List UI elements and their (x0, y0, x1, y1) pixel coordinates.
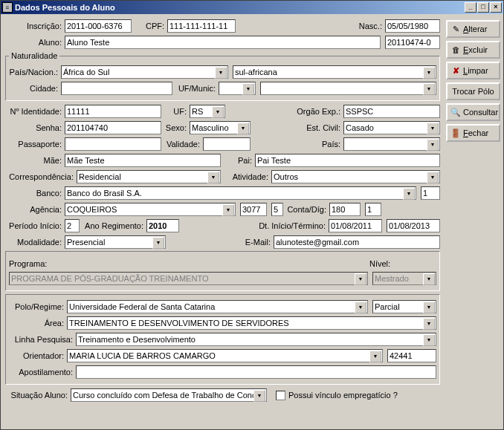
minimize-button[interactable]: _ (465, 2, 476, 13)
label-periodo-inicio: Período Início: (5, 221, 65, 230)
label-situacao-aluno: Situação Aluno: (5, 391, 71, 400)
label-linha-pesquisa: Linha Pesquisa: (9, 335, 76, 344)
label-atividade: Atividade: (221, 172, 271, 181)
label-banco: Banco: (5, 189, 65, 198)
label-agencia: Agência: (5, 205, 65, 214)
passaporte-input[interactable] (65, 137, 161, 151)
excluir-text: xcluir (468, 45, 488, 54)
label-nasc: Nasc.: (354, 22, 385, 30)
label-est-civil: Est. Civil: (299, 123, 343, 132)
group-naturalidade: Naturalidade País/Nacion.: África do Sul… (5, 51, 440, 101)
aluno-input[interactable] (65, 36, 381, 49)
uf-munic-uf-select[interactable] (219, 82, 256, 95)
cidade-input[interactable] (61, 82, 172, 95)
label-validade: Validade: (161, 140, 203, 149)
pais-passaporte-select[interactable] (343, 137, 440, 151)
uf-select[interactable]: RS (190, 105, 225, 118)
group-polo: Polo/Regime: Universidade Federal de San… (5, 294, 440, 385)
form-icon: ≡ (2, 2, 13, 13)
nasc-input[interactable] (385, 19, 440, 33)
label-dt-inicio-termino: Dt. Início/Término: (254, 221, 329, 230)
possui-vinculo-checkbox[interactable] (276, 391, 285, 400)
label-cidade: Cidade: (9, 84, 61, 93)
label-apostilamento: Apostilamento: (9, 368, 76, 377)
excluir-button[interactable]: 🗑 Excluir (446, 41, 500, 59)
label-nivel: Nível: (369, 259, 436, 268)
edit-icon: ✎ (450, 24, 461, 34)
search-icon: 🔍 (450, 107, 461, 117)
close-button[interactable]: × (490, 2, 502, 13)
trocar-polo-button[interactable]: Trocar Pólo (446, 82, 500, 100)
label-identidade: Nº Identidade: (5, 107, 65, 116)
limpar-text: impar (468, 66, 488, 75)
form-area: Inscrição: CPF: Nasc.: Aluno: Naturalida… (4, 17, 446, 426)
label-polo-regime: Polo/Regime: (9, 302, 67, 311)
regime-select[interactable]: Parcial (372, 300, 436, 313)
trash-icon: 🗑 (450, 45, 461, 55)
situacao-aluno-select[interactable]: Curso concluído com Defesa de Trabalho d… (71, 388, 267, 402)
label-programa: Programa: (9, 259, 54, 268)
correspondencia-select[interactable]: Residencial (77, 170, 221, 183)
conta-input[interactable] (329, 203, 361, 216)
alterar-button[interactable]: ✎ Alterar (446, 20, 500, 38)
label-modalidade: Modalidade: (5, 238, 65, 247)
sexo-select[interactable]: Masculino (190, 121, 251, 134)
orgao-exp-input[interactable] (343, 105, 440, 118)
linha-pesquisa-select[interactable]: Treinamento e Desenvolvimento (76, 333, 436, 346)
inscricao-input[interactable] (65, 19, 132, 33)
label-orientador: Orientador: (9, 351, 67, 360)
dt-termino-input[interactable] (387, 219, 440, 232)
fechar-button[interactable]: 🚪 Fechar (446, 124, 500, 142)
label-email: E-Mail: (241, 238, 274, 247)
limpar-button[interactable]: ✘ Limpar (446, 62, 500, 79)
label-pai: Pai: (221, 156, 255, 165)
pais-select[interactable]: África do Sul (61, 65, 228, 79)
label-ano-regimento: Ano Regimento: (80, 221, 146, 230)
modalidade-select[interactable]: Presencial (65, 235, 166, 249)
label-inscricao: Inscrição: (5, 22, 65, 30)
ano-regimento-input[interactable] (146, 219, 179, 232)
group-programa: Programa: Nível: PROGRAMA DE PÓS-GRADUAÇ… (5, 251, 440, 291)
dt-inicio-input[interactable] (329, 219, 382, 232)
label-passaporte: Passaporte: (5, 140, 65, 149)
agencia-select[interactable]: COQUEIROS (65, 203, 236, 216)
orientador-cod-input[interactable] (387, 349, 436, 362)
window-title: Dados Pessoais do Aluno (15, 3, 465, 12)
window: ≡ Dados Pessoais do Aluno _ □ × Inscriçã… (0, 0, 504, 430)
programa-select[interactable]: PROGRAMA DE PÓS-GRADUAÇÃO TREINAMENTO (9, 272, 368, 285)
periodo-inicio-input[interactable] (65, 219, 80, 232)
apostilamento-input[interactable] (76, 365, 436, 379)
consultar-button[interactable]: 🔍 Consultar (446, 103, 500, 121)
banco-cod-input[interactable] (421, 186, 440, 200)
label-uf: UF: (161, 107, 190, 116)
button-column: ✎ Alterar 🗑 Excluir ✘ Limpar Trocar Pólo… (446, 17, 500, 426)
polo-select[interactable]: Universidade Federal de Santa Catarina (67, 300, 368, 313)
maximize-button[interactable]: □ (477, 2, 489, 13)
atividade-select[interactable]: Outros (271, 170, 440, 183)
senha-input[interactable] (65, 121, 161, 134)
conta-dig-input[interactable] (365, 203, 381, 216)
label-cpf: CPF: (132, 22, 167, 30)
email-input[interactable] (274, 235, 440, 249)
validade-input[interactable] (203, 137, 251, 151)
aluno-cod-input[interactable] (385, 36, 440, 49)
cpf-input[interactable] (167, 19, 236, 33)
label-area: Área: (9, 319, 67, 328)
area-select[interactable]: TREINAMENTO E DESENVOLVIMENTO DE SERVIDO… (67, 316, 436, 330)
nacion-select[interactable]: sul-africana (233, 65, 436, 79)
agencia-dig-input[interactable] (271, 203, 283, 216)
label-mae: Mãe: (5, 156, 65, 165)
agencia-cod-input[interactable] (240, 203, 267, 216)
est-civil-select[interactable]: Casado (343, 121, 440, 134)
legend-naturalidade: Naturalidade (9, 51, 59, 60)
mae-input[interactable] (65, 154, 221, 167)
uf-munic-select[interactable] (260, 82, 436, 95)
label-pais-passaporte: País: (314, 140, 343, 149)
orientador-select[interactable]: MARIA LUCIA DE BARROS CAMARGO (67, 349, 383, 362)
banco-select[interactable]: Banco do Brasil S.A. (65, 186, 416, 200)
nivel-select[interactable]: Mestrado (372, 272, 436, 285)
label-orgao-exp: Orgão Exp.: (291, 107, 343, 116)
pai-input[interactable] (255, 154, 440, 167)
label-uf-munic: UF/Munic: (172, 84, 219, 93)
identidade-input[interactable] (65, 105, 161, 118)
